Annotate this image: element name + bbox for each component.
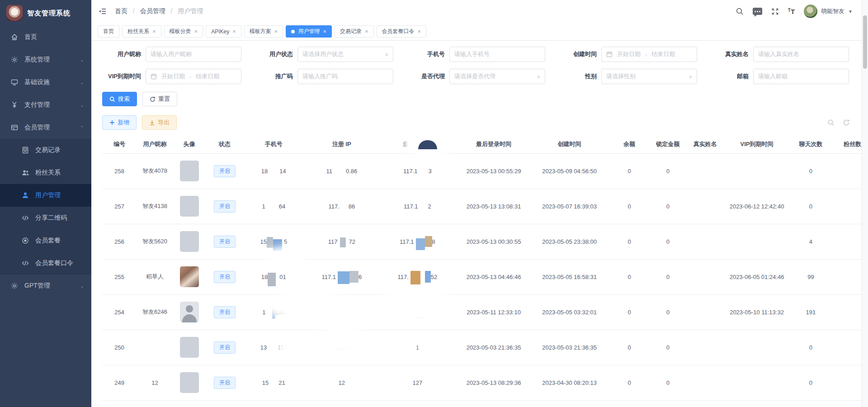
table-refresh-icon[interactable] (843, 119, 850, 126)
sidebar-item-label: GPT管理 (24, 282, 50, 290)
close-icon[interactable]: × (232, 28, 236, 34)
vertical-scrollbar[interactable] (862, 0, 868, 407)
cell-avatar (173, 153, 206, 189)
sidebar-item-首页[interactable]: 首页 (0, 26, 91, 48)
cell-text: 64 (279, 203, 285, 210)
cell-regip: 110.86 (304, 153, 380, 189)
filter-select-用户状态[interactable]: 请选择用户状态∨ (297, 47, 393, 62)
reset-button[interactable]: 重置 (142, 92, 177, 106)
close-icon[interactable]: × (418, 28, 421, 34)
sidebar-item-粉丝关系[interactable]: 粉丝关系 (0, 161, 91, 184)
cell-logintime: 2023-05-13 13:08:31 (455, 189, 533, 224)
tab-用户管理[interactable]: 用户管理× (286, 25, 332, 38)
font-size-icon[interactable]: TT (788, 8, 795, 15)
filter-label: 推广码 (254, 72, 293, 80)
close-icon[interactable]: × (274, 28, 278, 34)
sidebar-item-用户管理[interactable]: 用户管理 (0, 184, 91, 207)
cell-id: 257 (102, 189, 137, 224)
cell-text: 17 (404, 309, 410, 316)
cell-ctime: 2023-04-30 08:20:13 (532, 365, 607, 400)
filter-input-用户昵称[interactable]: 请输入用户昵称 (146, 47, 241, 62)
filter-field-推广码: 推广码请输入推广码 (254, 69, 406, 84)
cell-fans (835, 189, 862, 224)
tab-首页[interactable]: 首页 (98, 25, 119, 38)
cell-logintime: 2023-05-13 00:55:29 (455, 153, 533, 189)
filter-label: 用户状态 (254, 50, 293, 58)
table-row: 24912开启1521121272023-05-13 08:29:362023-… (102, 365, 862, 400)
cell-text: 127.0 (335, 344, 349, 351)
filter-label: 创建时间 (558, 50, 597, 58)
sidebar-item-支付管理[interactable]: 支付管理⌄ (0, 94, 91, 116)
cell-loginip: 117.18 (380, 224, 455, 259)
close-icon[interactable]: × (152, 28, 156, 34)
tab-label: 首页 (103, 28, 114, 35)
sidebar-item-基础设施[interactable]: 基础设施⌄ (0, 71, 91, 94)
filter-daterange-创建时间[interactable]: 开始日期-结束日期 (601, 47, 697, 62)
filter-input-真实姓名[interactable]: 请输入真实姓名 (753, 47, 849, 62)
tab-粉丝关系[interactable]: 粉丝关系× (122, 25, 161, 38)
filter-input-邮箱[interactable]: 请输入邮箱 (753, 69, 849, 84)
fullscreen-icon[interactable] (771, 8, 779, 15)
filter-select-性别[interactable]: 请选择性别∨ (601, 69, 697, 84)
doc-icon (22, 147, 30, 154)
export-button[interactable]: 导出 (142, 115, 177, 130)
sidebar-item-会员管理[interactable]: 会员管理⌃ (0, 116, 91, 139)
cell-text: 113 (278, 344, 287, 351)
tab-模板方案[interactable]: 模板方案× (244, 25, 283, 38)
sidebar-item-系统管理[interactable]: 系统管理⌄ (0, 48, 91, 71)
chevron-down-icon: ∨ (537, 74, 540, 79)
redaction-patch (340, 237, 346, 247)
sidebar-item-交易记录[interactable]: 交易记录 (0, 139, 91, 161)
redaction-patch (347, 307, 350, 317)
filter-daterange-VIP到期时间[interactable]: 开始日期-结束日期 (146, 69, 241, 84)
cell-ctime: 2023-05-05 16:58:31 (532, 259, 607, 294)
redaction-patch (415, 307, 425, 319)
tab-会员套餐口令[interactable]: 会员套餐口令× (377, 25, 427, 38)
select-placeholder: 请选择是否代理 (454, 72, 495, 80)
cell-id: 250 (102, 330, 137, 365)
daterange-end: 结束日期 (651, 50, 675, 58)
avatar (180, 266, 199, 287)
filter-input-推广码[interactable]: 请输入推广码 (297, 69, 393, 84)
sidebar: 智友管理系统 首页系统管理⌄基础设施⌄支付管理⌄会员管理⌃交易记录粉丝关系用户管… (0, 0, 91, 407)
table-search-icon[interactable] (827, 119, 835, 126)
close-icon[interactable]: × (194, 28, 198, 34)
breadcrumb-member[interactable]: 会员管理 (140, 7, 165, 14)
tab-APIKey[interactable]: APIKey× (206, 25, 241, 38)
cell-text: 136 (275, 309, 285, 316)
filter-select-是否代理[interactable]: 请选择是否代理∨ (449, 69, 545, 84)
sidebar-item-会员套餐[interactable]: 会员套餐 (0, 229, 91, 252)
close-icon[interactable]: × (323, 28, 326, 34)
message-icon[interactable] (753, 8, 762, 15)
filter-input-手机号[interactable]: 请输入手机号 (449, 47, 545, 62)
status-badge: 开启 (214, 341, 236, 354)
cell-chats: 0 (787, 153, 834, 189)
search-icon[interactable] (736, 7, 744, 15)
tab-交易记录[interactable]: 交易记录× (335, 25, 374, 38)
sidebar-item-分享二维码[interactable]: 分享二维码 (0, 207, 91, 229)
close-icon[interactable]: × (365, 28, 368, 34)
table-row: 258智友4078开启1814110.86117.132023-05-13 00… (102, 153, 862, 189)
breadcrumb-home[interactable]: 首页 (115, 7, 127, 14)
cell-phone: 1521 (244, 365, 303, 400)
filter-field-手机号: 手机号请输入手机号 (406, 47, 558, 62)
sidebar-item-会员套餐口令[interactable]: 会员套餐口令 (0, 252, 91, 274)
user-menu[interactable]: 萌能智友 ▼ (804, 5, 853, 18)
cell-logintime: 2023-05-11 12:33:10 (455, 294, 533, 330)
column-header-nick: 用户昵称 (137, 135, 173, 153)
code-icon (22, 260, 30, 267)
status-badge: 开启 (214, 236, 236, 248)
column-header-realname: 真实姓名 (684, 135, 726, 153)
user-icon (22, 192, 30, 199)
sidebar-collapse-icon[interactable] (99, 7, 107, 15)
sidebar-item-GPT管理[interactable]: GPT管理⌄ (0, 274, 91, 297)
cell-vip (726, 224, 787, 259)
tab-模板分类[interactable]: 模板分类× (164, 25, 203, 38)
cell-balance: 0 (607, 189, 652, 224)
scrollbar-thumb[interactable] (863, 15, 867, 69)
add-button[interactable]: 新增 (102, 115, 137, 130)
cell-balance: 0 (607, 153, 652, 189)
user-table: 编号用户昵称头像状态手机号注册 IP最后登录IP最后登录时间创建时间余额锁定金额… (102, 135, 862, 401)
search-button[interactable]: 搜索 (102, 92, 137, 106)
cell-text: 72 (349, 238, 355, 245)
